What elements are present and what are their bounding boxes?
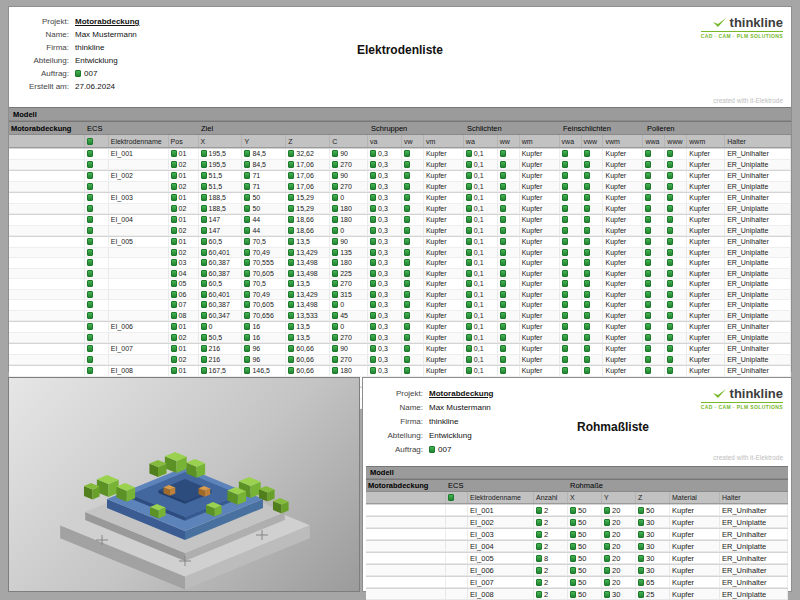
doc-icon [584, 345, 590, 352]
doc-icon [638, 543, 644, 550]
spacer-cell [468, 480, 568, 491]
z-cell: 18,66 [286, 215, 330, 225]
col-pos: Pos [169, 135, 199, 147]
electrode-row[interactable]: 0860,34770,65613,533450,3Kupfer0,1Kupfer… [9, 311, 791, 322]
doc-icon [584, 227, 590, 234]
rohmass-row[interactable]: EI_0042502030KupferER_Uniplatte [366, 540, 788, 552]
polieren-material-cell: Kupfer [687, 258, 725, 268]
doc-icon [244, 249, 250, 256]
rohmass-row[interactable]: EI_0072502065KupferER_Unihalter [366, 576, 788, 588]
electrode-row[interactable]: 0660,40170,4913,4293150,3Kupfer0,1Kupfer… [9, 290, 791, 301]
cad-viewport[interactable] [8, 377, 360, 592]
ecs-cell [85, 226, 109, 236]
electrode-row[interactable]: 0460,38770,60513,4982250,3Kupfer0,1Kupfe… [9, 269, 791, 280]
doc-icon [332, 291, 338, 298]
doc-icon [584, 356, 590, 363]
doc-icon [667, 345, 673, 352]
electrode-row[interactable]: 0260,40170,4913,4291350,3Kupfer0,1Kupfer… [9, 248, 791, 259]
rohmass-row[interactable]: EI_0032502030KupferER_Unihalter [366, 528, 788, 540]
electrode-row[interactable]: EI_007012169660,66900,3Kupfer0,1KupferKu… [9, 343, 791, 355]
electrode-row[interactable]: 0250,51613,52700,3Kupfer0,1KupferKupferK… [9, 333, 791, 344]
electrode-name-cell: EI_008 [109, 366, 169, 376]
electrode-row[interactable]: 022169660,662700,3Kupfer0,1KupferKupferK… [9, 355, 791, 366]
electrode-row[interactable]: 0360,38770,55513,4981800,3Kupfer0,1Kupfe… [9, 258, 791, 269]
doc-icon [87, 216, 93, 223]
electrode-row[interactable]: EI_00101195,584,532,62900,3Kupfer0,1Kupf… [9, 148, 791, 160]
rohmass-row[interactable]: EI_0022502030KupferER_Uniplatte [366, 516, 788, 528]
cell-value: 90 [340, 238, 348, 245]
electrode-row[interactable]: EI_00301188,55015,2900,3Kupfer0,1KupferK… [9, 192, 791, 204]
feinschlichten-werkzeug-cell [582, 193, 604, 203]
polieren-material-cell: Kupfer [687, 311, 725, 321]
schruppen-material-cell: Kupfer [424, 215, 464, 225]
cell-value: Kupfer [689, 150, 710, 157]
doc-icon [466, 323, 472, 330]
cell-value: 315 [340, 291, 352, 298]
c-cell: 45 [330, 311, 368, 321]
cell-value: 50 [252, 205, 260, 212]
x-cell: 60,5 [199, 279, 243, 289]
gutter-cell [9, 237, 85, 247]
doc-icon [466, 205, 472, 212]
electrode-row[interactable]: 0760,38770,60513,49800,3Kupfer0,1KupferK… [9, 300, 791, 311]
doc-icon [288, 227, 294, 234]
rohmass-row[interactable]: EI_0062502030KupferER_Unihalter [366, 564, 788, 576]
polieren-aufmass-cell [643, 258, 665, 268]
polieren-werkzeug-cell [665, 237, 687, 247]
halter-cell: ER_Uniplatte [725, 279, 791, 289]
doc-icon [638, 555, 644, 562]
z-cell: 13,498 [286, 300, 330, 310]
rohmass-row[interactable]: EI_0082503025KupferER_Uniplatte [366, 588, 788, 600]
cell-value: Kupfer [605, 259, 626, 266]
cell-value: ER_Uniplatte [722, 542, 766, 551]
doc-icon [645, 334, 651, 341]
schruppen-aufmass-cell: 0,3 [368, 258, 402, 268]
pos-cell: 01 [169, 193, 199, 203]
doc-icon [171, 172, 177, 179]
y-cell: 84,5 [242, 160, 286, 170]
feinschlichten-aufmass-cell [560, 160, 582, 170]
doc-icon [332, 227, 338, 234]
doc-icon [645, 345, 651, 352]
pos-cell: 01 [169, 366, 199, 376]
electrode-row[interactable]: EI_00801167,5146,560,661800,3Kupfer0,1Ku… [9, 365, 791, 377]
cell-value: Kupfer [689, 323, 710, 330]
electrode-row[interactable]: 021474418,6600,3Kupfer0,1KupferKupferKup… [9, 226, 791, 237]
cell-value: ER_Uniplatte [727, 161, 768, 168]
electrode-row[interactable]: 02188,55015,291800,3Kupfer0,1KupferKupfe… [9, 204, 791, 215]
electrode-row[interactable]: 0560,570,513,52700,3Kupfer0,1KupferKupfe… [9, 279, 791, 290]
doc-icon [466, 227, 472, 234]
schlichten-material-cell: Kupfer [520, 300, 560, 310]
feinschlichten-werkzeug-cell [582, 215, 604, 225]
cell-value: 2 [544, 590, 548, 599]
electrode-row[interactable]: EI_0020151,57117,06900,3Kupfer0,1KupferK… [9, 170, 791, 182]
material-cell: Kupfer [670, 565, 720, 575]
electrode-row[interactable]: EI_004011474418,661800,3Kupfer0,1KupferK… [9, 214, 791, 226]
cell-value: Kupfer [672, 542, 694, 551]
feinschlichten-aufmass-cell [560, 215, 582, 225]
feinschlichten-material-cell: Kupfer [603, 204, 643, 214]
cell-value: 05 [179, 280, 187, 287]
doc-icon [584, 172, 590, 179]
doc-icon [244, 301, 250, 308]
feinschlichten-werkzeug-cell [582, 344, 604, 354]
doc-icon [584, 291, 590, 298]
cell-value: 147 [209, 227, 221, 234]
doc-icon [370, 161, 376, 168]
rohmass-row[interactable]: EI_0058502030KupferER_Unihalter [366, 552, 788, 564]
electrode-row[interactable]: EI_0050160,570,513,5900,3Kupfer0,1Kupfer… [9, 236, 791, 248]
electrode-row[interactable]: 02195,584,517,062700,3Kupfer0,1KupferKup… [9, 160, 791, 171]
col-label: C [332, 138, 337, 145]
rohmass-row[interactable]: EI_0012502050KupferER_Unihalter [366, 504, 788, 516]
doc-icon [404, 270, 410, 277]
cell-value: 50 [578, 566, 586, 575]
polieren-aufmass-cell [643, 366, 665, 376]
cell-value: Kupfer [426, 227, 447, 234]
doc-icon [562, 323, 568, 330]
doc-icon [288, 238, 294, 245]
electrode-row[interactable]: EI_0060101613,500,3Kupfer0,1KupferKupfer… [9, 321, 791, 333]
doc-icon [201, 161, 207, 168]
electrode-row[interactable]: 0251,57117,062700,3Kupfer0,1KupferKupfer… [9, 182, 791, 193]
cell-value: EI_005 [470, 554, 494, 563]
ecs-header: ECS [446, 480, 468, 491]
